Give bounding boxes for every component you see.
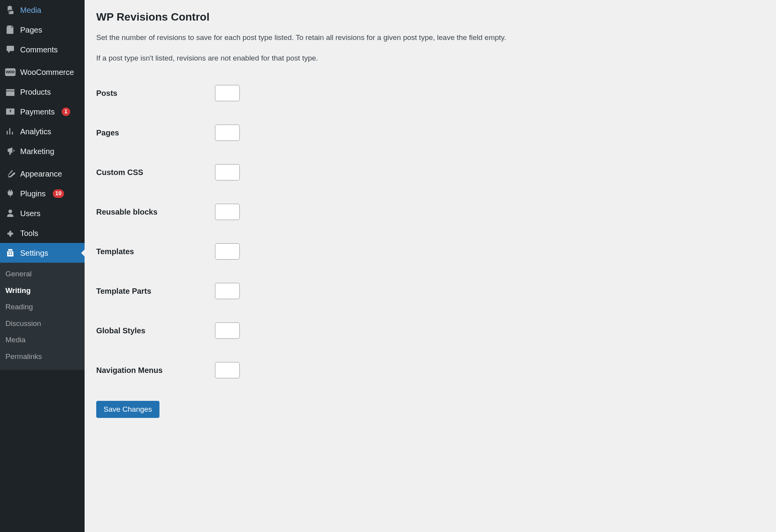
submenu-item-reading[interactable]: Reading bbox=[0, 299, 85, 315]
revisions-form-table: Posts Pages Custom CSS Reusable blocks T… bbox=[96, 73, 764, 390]
sidebar-item-plugins[interactable]: Plugins 10 bbox=[0, 184, 85, 203]
submenu-label: General bbox=[5, 270, 32, 278]
section-heading: WP Revisions Control bbox=[96, 11, 764, 23]
submenu-item-discussion[interactable]: Discussion bbox=[0, 315, 85, 332]
submenu-item-general[interactable]: General bbox=[0, 266, 85, 282]
sidebar-item-label: Comments bbox=[20, 45, 58, 55]
sidebar-item-comments[interactable]: Comments bbox=[0, 40, 85, 59]
payments-icon bbox=[5, 106, 16, 117]
submenu-item-writing[interactable]: Writing bbox=[0, 282, 85, 299]
submenu-label: Media bbox=[5, 336, 26, 344]
save-changes-button[interactable]: Save Changes bbox=[96, 401, 159, 418]
pages-icon bbox=[5, 24, 16, 35]
settings-submenu: General Writing Reading Discussion Media… bbox=[0, 263, 85, 370]
sidebar-item-label: Appearance bbox=[20, 169, 62, 179]
appearance-icon bbox=[5, 168, 16, 179]
template-parts-input[interactable] bbox=[215, 283, 240, 299]
global-styles-input[interactable] bbox=[215, 322, 240, 339]
woocommerce-icon: woo bbox=[5, 67, 16, 77]
submenu-item-media[interactable]: Media bbox=[0, 332, 85, 348]
sidebar-item-settings[interactable]: Settings bbox=[0, 243, 85, 263]
templates-input[interactable] bbox=[215, 243, 240, 260]
sidebar-item-label: Products bbox=[20, 87, 51, 97]
settings-icon bbox=[5, 248, 16, 258]
field-row-posts: Posts bbox=[96, 73, 764, 113]
field-row-pages: Pages bbox=[96, 113, 764, 152]
field-label: Template Parts bbox=[96, 271, 215, 311]
field-row-reusable-blocks: Reusable blocks bbox=[96, 192, 764, 232]
media-icon bbox=[5, 5, 16, 15]
sidebar-item-appearance[interactable]: Appearance bbox=[0, 164, 85, 184]
submenu-label: Reading bbox=[5, 303, 33, 311]
field-label: Templates bbox=[96, 232, 215, 271]
submenu-label: Permalinks bbox=[5, 352, 42, 360]
reusable-blocks-input[interactable] bbox=[215, 204, 240, 220]
navigation-menus-input[interactable] bbox=[215, 362, 240, 378]
field-row-custom-css: Custom CSS bbox=[96, 152, 764, 192]
sidebar-item-woocommerce[interactable]: woo WooCommerce bbox=[0, 62, 85, 82]
sidebar-item-label: Analytics bbox=[20, 127, 51, 137]
sidebar-item-tools[interactable]: Tools bbox=[0, 223, 85, 243]
sidebar-item-pages[interactable]: Pages bbox=[0, 20, 85, 40]
sidebar-item-label: Tools bbox=[20, 228, 38, 238]
sidebar-item-products[interactable]: Products bbox=[0, 82, 85, 102]
tools-icon bbox=[5, 228, 16, 238]
admin-sidebar: Media Pages Comments woo WooCommerce Pro… bbox=[0, 0, 85, 532]
field-row-navigation-menus: Navigation Menus bbox=[96, 350, 764, 390]
comments-icon bbox=[5, 44, 16, 55]
submenu-label: Discussion bbox=[5, 319, 41, 328]
sidebar-item-label: Settings bbox=[20, 248, 48, 258]
field-row-global-styles: Global Styles bbox=[96, 311, 764, 350]
sidebar-item-label: Media bbox=[20, 5, 41, 15]
section-description-2: If a post type isn't listed, revisions a… bbox=[96, 53, 764, 64]
sidebar-item-label: Pages bbox=[20, 25, 42, 35]
field-label: Navigation Menus bbox=[96, 350, 215, 390]
field-row-templates: Templates bbox=[96, 232, 764, 271]
products-icon bbox=[5, 87, 16, 97]
sidebar-item-label: Plugins bbox=[20, 189, 46, 199]
marketing-icon bbox=[5, 146, 16, 156]
field-row-template-parts: Template Parts bbox=[96, 271, 764, 311]
sidebar-item-label: WooCommerce bbox=[20, 67, 74, 77]
analytics-icon bbox=[5, 126, 16, 137]
sidebar-item-label: Users bbox=[20, 208, 40, 218]
menu-separator bbox=[0, 161, 85, 164]
field-label: Custom CSS bbox=[96, 152, 215, 192]
main-content: WP Revisions Control Set the number of r… bbox=[85, 0, 776, 532]
field-label: Global Styles bbox=[96, 311, 215, 350]
badge-count: 10 bbox=[53, 189, 64, 198]
pages-input[interactable] bbox=[215, 125, 240, 141]
users-icon bbox=[5, 208, 16, 218]
sidebar-item-label: Marketing bbox=[20, 146, 54, 156]
sidebar-item-analytics[interactable]: Analytics bbox=[0, 121, 85, 141]
section-description-1: Set the number of revisions to save for … bbox=[96, 33, 764, 43]
badge-count: 1 bbox=[62, 107, 70, 116]
field-label: Reusable blocks bbox=[96, 192, 215, 232]
sidebar-item-users[interactable]: Users bbox=[0, 203, 85, 223]
menu-separator bbox=[0, 59, 85, 62]
submenu-item-permalinks[interactable]: Permalinks bbox=[0, 348, 85, 365]
plugins-icon bbox=[5, 188, 16, 199]
sidebar-item-marketing[interactable]: Marketing bbox=[0, 141, 85, 161]
submenu-label: Writing bbox=[5, 286, 31, 295]
sidebar-item-label: Payments bbox=[20, 107, 55, 117]
sidebar-item-media[interactable]: Media bbox=[0, 0, 85, 20]
sidebar-item-payments[interactable]: Payments 1 bbox=[0, 102, 85, 121]
posts-input[interactable] bbox=[215, 85, 240, 101]
custom-css-input[interactable] bbox=[215, 164, 240, 180]
field-label: Posts bbox=[96, 73, 215, 113]
field-label: Pages bbox=[96, 113, 215, 152]
